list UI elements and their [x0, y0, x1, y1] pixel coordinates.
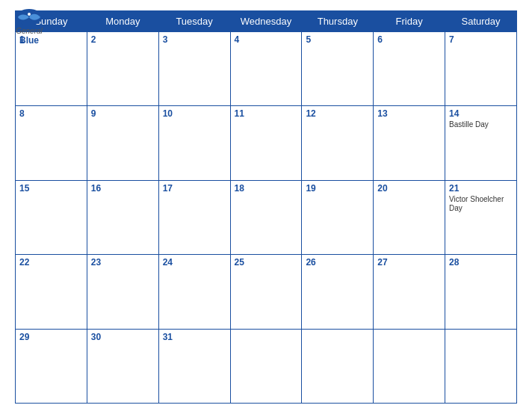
day-number: 27 — [377, 257, 441, 268]
calendar-week-2: 891011121314Bastille Day — [16, 106, 517, 180]
day-number: 25 — [235, 257, 298, 268]
weekday-header-tuesday: Tuesday — [158, 11, 230, 32]
calendar-day — [374, 329, 445, 403]
day-number: 24 — [163, 257, 226, 268]
calendar-day: 24 — [158, 255, 230, 329]
day-number: 15 — [19, 183, 83, 194]
calendar-day — [302, 329, 374, 403]
day-number: 14 — [449, 108, 513, 119]
calendar-table: SundayMondayTuesdayWednesdayThursdayFrid… — [15, 10, 517, 404]
day-number: 3 — [163, 34, 226, 45]
holiday-text: Bastille Day — [449, 120, 513, 129]
calendar-day: 2 — [87, 32, 158, 106]
day-number: 8 — [19, 108, 83, 119]
logo-general-text: General — [16, 27, 43, 35]
calendar-week-4: 22232425262728 — [16, 255, 517, 329]
calendar-day: 15 — [16, 180, 87, 254]
calendar-day: 3 — [158, 32, 230, 106]
calendar-day: 6 — [374, 32, 445, 106]
weekday-header-monday: Monday — [87, 11, 158, 32]
calendar-day: 30 — [87, 329, 158, 403]
calendar-day: 13 — [374, 106, 445, 180]
calendar-day: 14Bastille Day — [445, 106, 517, 180]
weekday-header-wednesday: Wednesday — [230, 11, 302, 32]
calendar-day: 16 — [87, 180, 158, 254]
calendar-day: 7 — [445, 32, 517, 106]
calendar-day: 10 — [158, 106, 230, 180]
calendar-day: 31 — [158, 329, 230, 403]
weekday-header-friday: Friday — [374, 11, 445, 32]
day-number: 30 — [91, 332, 155, 342]
day-number: 13 — [377, 108, 441, 119]
calendar-day: 25 — [230, 255, 302, 329]
calendar-day: 29 — [16, 329, 87, 403]
calendar-day: 11 — [230, 106, 302, 180]
day-number: 7 — [449, 34, 513, 45]
calendar-day: 8 — [16, 106, 87, 180]
weekday-row: SundayMondayTuesdayWednesdayThursdayFrid… — [16, 11, 517, 32]
day-number: 2 — [91, 34, 155, 45]
logo-icon — [15, 7, 43, 27]
holiday-text: Victor Shoelcher Day — [449, 195, 513, 213]
calendar-day: 26 — [302, 255, 374, 329]
day-number: 20 — [377, 183, 441, 194]
day-number: 17 — [163, 183, 226, 194]
calendar-day: 19 — [302, 180, 374, 254]
calendar-day: 20 — [374, 180, 445, 254]
calendar-day: 5 — [302, 32, 374, 106]
calendar-header-row: SundayMondayTuesdayWednesdayThursdayFrid… — [16, 11, 517, 32]
calendar-day: 23 — [87, 255, 158, 329]
day-number: 31 — [163, 332, 226, 342]
day-number: 19 — [306, 183, 369, 194]
day-number: 28 — [449, 257, 513, 268]
calendar-day: 4 — [230, 32, 302, 106]
calendar-day — [230, 329, 302, 403]
svg-point-1 — [28, 13, 31, 16]
calendar-week-1: 1234567 — [16, 32, 517, 106]
logo-blue-text: Blue — [19, 35, 39, 46]
day-number: 4 — [235, 34, 298, 45]
calendar-body: 1234567891011121314Bastille Day151617181… — [16, 32, 517, 404]
calendar-day: 27 — [374, 255, 445, 329]
day-number: 5 — [306, 34, 369, 45]
calendar-day: 21Victor Shoelcher Day — [445, 180, 517, 254]
day-number: 22 — [19, 257, 83, 268]
day-number: 16 — [91, 183, 155, 194]
calendar-day: 22 — [16, 255, 87, 329]
calendar-day: 12 — [302, 106, 374, 180]
calendar-day: 18 — [230, 180, 302, 254]
weekday-header-saturday: Saturday — [445, 11, 517, 32]
calendar-week-5: 293031 — [16, 329, 517, 403]
day-number: 26 — [306, 257, 369, 268]
calendar-day: 9 — [87, 106, 158, 180]
day-number: 10 — [163, 108, 226, 119]
day-number: 12 — [306, 108, 369, 119]
day-number: 18 — [235, 183, 298, 194]
calendar-day — [445, 329, 517, 403]
day-number: 29 — [19, 332, 83, 342]
calendar-day: 17 — [158, 180, 230, 254]
day-number: 11 — [235, 108, 298, 119]
day-number: 21 — [449, 183, 513, 194]
logo: General Blue — [15, 7, 43, 46]
weekday-header-thursday: Thursday — [302, 11, 374, 32]
calendar-week-3: 15161718192021Victor Shoelcher Day — [16, 180, 517, 254]
day-number: 6 — [377, 34, 441, 45]
day-number: 23 — [91, 257, 155, 268]
day-number: 9 — [91, 108, 155, 119]
calendar-day: 28 — [445, 255, 517, 329]
